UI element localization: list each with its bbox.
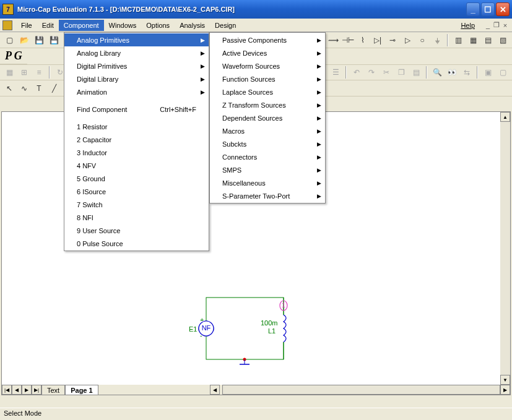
menu-file[interactable]: File [16, 20, 37, 31]
submenu-laplace-sources[interactable]: Laplace Sources▶ [210, 85, 325, 98]
menu-recent-ground[interactable]: 5 Ground [64, 172, 209, 185]
submenu-connectors[interactable]: Connectors▶ [210, 150, 325, 163]
menu-find-component[interactable]: Find ComponentCtrl+Shift+F [64, 103, 209, 116]
menu-analog-primitives[interactable]: Analog Primitives▶ [64, 33, 209, 46]
menu-design[interactable]: Design [210, 20, 241, 31]
menu-component[interactable]: Component [59, 20, 104, 31]
line-mode-icon[interactable]: ╱ [47, 82, 61, 95]
menu-recent-user-source[interactable]: 9 User Source [64, 224, 209, 237]
find-icon[interactable]: 🔍 [430, 66, 444, 79]
menu-bar: File Edit Component Windows Options Anal… [0, 19, 512, 32]
submenu-smps[interactable]: SMPS▶ [210, 163, 325, 176]
grid-icon[interactable]: ▦ [2, 66, 16, 79]
menu-animation[interactable]: Animation▶ [64, 85, 209, 98]
align-icon[interactable]: ≡ [32, 66, 46, 79]
menu-recent-switch[interactable]: 7 Switch [64, 198, 209, 211]
menu-recent-inductor[interactable]: 3 Inductor [64, 146, 209, 159]
horizontal-scrollbar[interactable] [222, 385, 500, 395]
select-mode-icon[interactable]: ↖ [2, 82, 16, 95]
menu-recent-nfi[interactable]: 8 NFI [64, 211, 209, 224]
save-all-icon[interactable]: 💾 [47, 33, 61, 47]
source-icon[interactable]: ○ [415, 33, 429, 47]
new-file-icon[interactable]: ▢ [2, 33, 16, 47]
replace-icon[interactable]: ⇆ [460, 66, 474, 79]
submenu-function-sources[interactable]: Function Sources▶ [210, 72, 325, 85]
text-mode-icon[interactable]: T [32, 82, 46, 95]
menu-recent-nfv[interactable]: 4 NFV [64, 159, 209, 172]
window-vert-icon[interactable]: ▧ [496, 33, 510, 47]
menu-edit[interactable]: Edit [37, 20, 59, 31]
menu-options[interactable]: Options [141, 20, 175, 31]
window-horiz-icon[interactable]: ▤ [481, 33, 495, 47]
window-cascade-icon[interactable]: ▦ [466, 33, 480, 47]
submenu-macros[interactable]: Macros▶ [210, 124, 325, 137]
submenu-active-devices[interactable]: Active Devices▶ [210, 46, 325, 59]
menu-recent-pulse-source[interactable]: 0 Pulse Source [64, 237, 209, 250]
ground-icon[interactable]: ⏚ [430, 33, 444, 47]
snap-icon[interactable]: ⊞ [17, 66, 31, 79]
svg-text:NF: NF [202, 324, 211, 332]
window-title: Micro-Cap Evaluation 7.1.3 - [D:\MC7DEMO… [17, 6, 466, 13]
menu-analog-library[interactable]: Analog Library▶ [64, 46, 209, 59]
tab-last-button[interactable]: ▶| [32, 385, 41, 395]
menu-help[interactable]: Help [456, 20, 480, 31]
paste-icon[interactable]: ▤ [409, 66, 423, 79]
copy-icon[interactable]: ❐ [394, 66, 408, 79]
transistor-icon[interactable]: ⊸ [386, 33, 399, 47]
document-icon [2, 20, 12, 30]
layer-icon[interactable]: ▣ [481, 66, 495, 79]
submenu-z-transform-sources[interactable]: Z Transform Sources▶ [210, 98, 325, 111]
tab-first-button[interactable]: |◀ [2, 385, 12, 395]
menu-recent-capacitor[interactable]: 2 Capacitor [64, 133, 209, 146]
app-icon: 7 [2, 4, 14, 15]
open-file-icon[interactable]: 📂 [17, 33, 31, 47]
submenu-miscellaneous[interactable]: Miscellaneous▶ [210, 176, 325, 189]
submenu-waveform-sources[interactable]: Waveform Sources▶ [210, 59, 325, 72]
undo-icon[interactable]: ↶ [350, 66, 363, 79]
node-number: 1 [282, 301, 285, 309]
minimize-button[interactable]: _ [466, 2, 480, 16]
component-dropdown: Analog Primitives▶ Analog Library▶ Digit… [64, 32, 209, 251]
hscroll-right-button[interactable]: ▶ [500, 385, 510, 395]
tab-prev-button[interactable]: ◀ [12, 385, 22, 395]
scroll-up-button[interactable]: ▲ [500, 112, 510, 122]
submenu-dependent-sources[interactable]: Dependent Sources▶ [210, 111, 325, 124]
cut-icon[interactable]: ✂ [380, 66, 393, 79]
mdi-restore-button[interactable]: ❐ [492, 21, 501, 29]
maximize-button[interactable]: ☐ [481, 2, 495, 16]
vertical-scrollbar[interactable]: ▲ ▼ [500, 112, 510, 385]
wire-mode-icon[interactable]: ∿ [17, 82, 31, 95]
submenu-passive-components[interactable]: Passive Components▶ [210, 33, 325, 46]
menu-digital-primitives[interactable]: Digital Primitives▶ [64, 59, 209, 72]
scope-icon[interactable]: ☰ [329, 66, 342, 79]
capacitor-icon[interactable]: ⊣⊢ [341, 33, 355, 47]
pg-label: P G [0, 48, 27, 64]
inductor-icon[interactable]: ⌇ [356, 33, 370, 47]
menu-recent-isource[interactable]: 6 ISource [64, 185, 209, 198]
save-icon[interactable]: 💾 [32, 33, 46, 47]
mdi-minimize-button[interactable]: _ [484, 22, 492, 29]
diode-icon[interactable]: ▷| [371, 33, 384, 47]
source-label: E1 [189, 325, 197, 333]
submenu-subckts[interactable]: Subckts▶ [210, 137, 325, 150]
opamp-icon[interactable]: ▷ [401, 33, 414, 47]
menu-analysis[interactable]: Analysis [175, 20, 210, 31]
tab-text[interactable]: Text [41, 385, 65, 395]
layer2-icon[interactable]: ▢ [496, 66, 510, 79]
menu-digital-library[interactable]: Digital Library▶ [64, 72, 209, 85]
tab-next-button[interactable]: ▶ [22, 385, 32, 395]
binoculars-icon[interactable]: 👀 [445, 66, 459, 79]
menu-recent-resistor[interactable]: 1 Resistor [64, 120, 209, 133]
inductor-value: 100m [261, 319, 278, 327]
status-text: Select Mode [4, 409, 41, 417]
tab-page1[interactable]: Page 1 [65, 385, 98, 395]
close-button[interactable]: ✕ [496, 2, 510, 16]
mdi-close-button[interactable]: × [501, 22, 510, 29]
hscroll-left-button[interactable]: ◀ [210, 385, 220, 395]
scroll-down-button[interactable]: ▼ [500, 375, 510, 385]
menu-windows[interactable]: Windows [104, 20, 142, 31]
resistor-icon[interactable]: ⟿ [326, 33, 340, 47]
window-tile-icon[interactable]: ▥ [451, 33, 465, 47]
submenu-s-parameter[interactable]: S-Parameter Two-Port▶ [210, 189, 325, 202]
redo-icon[interactable]: ↷ [365, 66, 378, 79]
